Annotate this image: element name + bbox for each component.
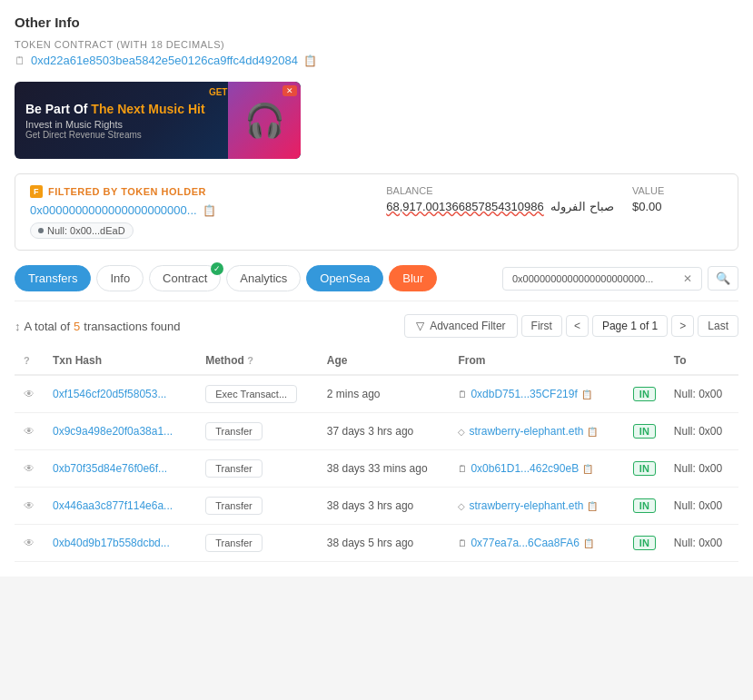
tab-analytics[interactable]: Analytics (226, 265, 301, 291)
from-type-icon: ◇ (458, 427, 465, 437)
copy-from-icon[interactable]: 📋 (581, 389, 592, 399)
filtered-label-text: FILTERED BY TOKEN HOLDER (48, 186, 206, 197)
copy-from-icon[interactable]: 📋 (587, 427, 598, 437)
to-address: Null: 0x00 (674, 499, 722, 512)
eye-icon[interactable]: 👁 (24, 499, 35, 512)
table-row: 👁 0xf1546cf20d5f58053... Exec Transact..… (15, 375, 738, 413)
method-help-icon[interactable]: ? (247, 355, 253, 366)
eye-icon[interactable]: 👁 (24, 388, 35, 400)
tx-hash-link[interactable]: 0xf1546cf20d5f58053... (53, 388, 166, 400)
null-badge[interactable]: Null: 0x00...dEaD (30, 222, 134, 239)
method-badge[interactable]: Transfer (205, 497, 263, 515)
tx-hash-link[interactable]: 0x446aa3c877f114e6a... (53, 499, 173, 512)
age-text: 38 days 33 mins ago (327, 462, 428, 475)
search-address-text: 0x0000000000000000000000... (512, 273, 653, 284)
prev-page-button[interactable]: < (566, 315, 589, 337)
contract-check-icon: ✓ (211, 262, 223, 275)
age-text: 2 mins ago (327, 388, 381, 400)
copy-from-icon[interactable]: 📋 (583, 538, 594, 548)
filter-icon: F (30, 185, 43, 198)
table-row: 👁 0x9c9a498e20f0a38a1... Transfer 37 day… (15, 413, 738, 450)
to-address: Null: 0x00 (674, 537, 722, 549)
tx-total-text: A total of (25, 320, 71, 333)
tab-info[interactable]: Info (96, 265, 144, 291)
copy-filtered-address-icon[interactable]: 📋 (203, 204, 216, 217)
sort-icon: ↕ (15, 320, 21, 333)
eye-icon[interactable]: 👁 (24, 537, 35, 549)
tabs-section: Transfers Info Contract ✓ Analytics Open… (15, 265, 738, 301)
token-contract-label: TOKEN CONTRACT (WITH 18 DECIMALS) (15, 39, 738, 50)
direction-badge: IN (633, 424, 656, 439)
th-method: Method ? (196, 347, 318, 375)
ad-banner[interactable]: Be Part Of The Next Music Hit Invest in … (15, 82, 301, 159)
from-type-icon: 🗒 (458, 464, 467, 474)
tab-contract[interactable]: Contract ✓ (149, 265, 221, 291)
age-text: 38 days 5 hrs ago (327, 537, 413, 549)
address-search-box[interactable]: 0x0000000000000000000000... ✕ (502, 267, 702, 291)
advanced-filter-button[interactable]: ▽ Advanced Filter (404, 314, 517, 338)
first-page-button[interactable]: First (521, 315, 562, 337)
th-age: Age (318, 347, 450, 375)
other-info-title: Other Info (15, 15, 738, 30)
filter-funnel-icon: ▽ (416, 320, 424, 332)
method-badge[interactable]: Exec Transact... (205, 385, 297, 403)
to-address: Null: 0x00 (674, 425, 722, 438)
from-type-icon: 🗒 (458, 538, 467, 548)
direction-badge: IN (633, 461, 656, 476)
document-icon: 🗒 (15, 54, 25, 67)
filtered-section: F FILTERED BY TOKEN HOLDER 0x00000000000… (15, 173, 738, 251)
from-type-icon: ◇ (458, 501, 465, 511)
age-text: 38 days 3 hrs ago (327, 499, 413, 512)
tab-search-area: 0x0000000000000000000000... ✕ 🔍 (502, 266, 738, 291)
table-help-icon[interactable]: ? (24, 355, 30, 366)
tx-hash-link[interactable]: 0xb70f35d84e76f0e6f... (53, 462, 167, 475)
tx-count-suffix: transactions found (84, 320, 180, 333)
copy-address-icon[interactable]: 📋 (303, 54, 317, 67)
from-address-link[interactable]: strawberry-elephant.eth (469, 499, 583, 512)
from-address-link[interactable]: strawberry-elephant.eth (469, 425, 583, 438)
method-badge[interactable]: Transfer (205, 422, 263, 440)
tab-opensea[interactable]: OpenSea (306, 265, 383, 291)
copy-from-icon[interactable]: 📋 (582, 464, 593, 474)
last-page-button[interactable]: Last (698, 315, 738, 337)
ad-headline: Be Part Of The Next Music Hit (25, 101, 290, 117)
method-badge[interactable]: Transfer (205, 459, 263, 478)
tx-hash-link[interactable]: 0x9c9a498e20f0a38a1... (53, 425, 173, 438)
ad-subtitle2: Get Direct Revenue Streams (25, 130, 290, 140)
tx-count: 5 (74, 320, 80, 333)
eye-icon[interactable]: 👁 (24, 425, 35, 438)
tx-hash-link[interactable]: 0xb40d9b17b558dcbd... (53, 537, 170, 549)
null-badge-label: Null: 0x00...dEaD (47, 225, 125, 236)
token-address-link[interactable]: 0xd22a61e8503bea5842e5e0126ca9ffc4dd4920… (31, 54, 298, 67)
balance-arabic: صباح الفروله (550, 200, 614, 213)
tx-header: ↕ A total of 5 transactions found ▽ Adva… (15, 314, 738, 338)
tab-transfers[interactable]: Transfers (15, 265, 91, 291)
balance-value: 68,917.001366857854310986 صباح الفروله (386, 200, 614, 213)
filtered-address: 0x0000000000000000000000... (30, 203, 197, 217)
value-amount: $0.00 (632, 200, 723, 213)
transactions-table: ? Txn Hash Method ? Age From To 👁 0xf154… (15, 347, 738, 562)
search-icon[interactable]: 🔍 (708, 266, 738, 291)
copy-from-icon[interactable]: 📋 (587, 501, 598, 511)
method-badge[interactable]: Transfer (205, 534, 263, 552)
balance-label: BALANCE (386, 185, 614, 196)
from-address-link[interactable]: 0x77ea7a...6Caa8FA6 (471, 537, 579, 549)
clear-search-icon[interactable]: ✕ (683, 272, 692, 285)
from-type-icon: 🗒 (458, 389, 467, 399)
to-address: Null: 0x00 (674, 462, 722, 475)
adv-filter-label: Advanced Filter (430, 320, 505, 332)
tab-blur[interactable]: Blur (389, 265, 437, 291)
to-address: Null: 0x00 (674, 388, 722, 400)
value-label: VALUE (632, 185, 723, 196)
from-address-link[interactable]: 0x0b61D1...462c90eB (471, 462, 579, 475)
th-to: To (665, 347, 738, 375)
null-badge-dot (38, 228, 44, 233)
ad-subtitle: Invest in Music Rights (25, 119, 290, 130)
page-info: Page 1 of 1 (592, 315, 668, 337)
from-address-link[interactable]: 0xdbD751...35CF219f (471, 388, 577, 400)
eye-icon[interactable]: 👁 (24, 462, 35, 475)
ad-close-icon[interactable]: ✕ (282, 85, 297, 96)
next-page-button[interactable]: > (671, 315, 694, 337)
table-row: 👁 0x446aa3c877f114e6a... Transfer 38 day… (15, 488, 738, 525)
pagination: ▽ Advanced Filter First < Page 1 of 1 > … (404, 314, 738, 338)
